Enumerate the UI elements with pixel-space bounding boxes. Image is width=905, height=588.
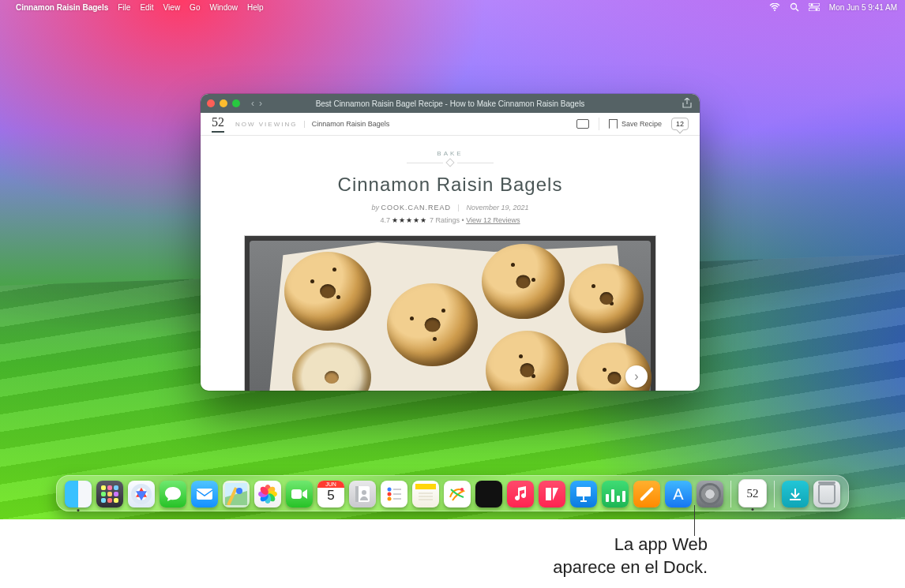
dock-facetime[interactable] [286,481,313,507]
svg-point-15 [388,497,392,501]
dock-contacts[interactable] [349,481,376,507]
dock-separator [730,481,731,507]
breadcrumb[interactable]: Cinnamon Raisin Bagels [312,120,390,128]
next-image-button[interactable]: › [625,365,648,388]
svg-rect-9 [291,489,302,499]
byline: by COOK.CAN.READ | November 19, 2021 [201,204,700,212]
save-recipe-button[interactable]: Save Recipe [609,119,662,129]
svg-rect-7 [197,489,212,500]
callout-line [694,505,695,519]
dock-maps[interactable] [223,481,250,507]
hero-image: › [244,235,656,391]
menu-view[interactable]: View [163,3,181,12]
category-label[interactable]: BAKE [201,150,700,157]
svg-point-12 [362,490,366,495]
svg-rect-24 [576,487,591,496]
comments-button[interactable]: 12 [671,118,689,130]
publish-date: November 19, 2021 [466,204,528,212]
now-viewing-label: NOW VIEWING [235,121,297,128]
bookmark-icon [609,119,618,129]
author-link[interactable]: COOK.CAN.READ [381,204,452,212]
spotlight-icon[interactable] [790,2,799,12]
dock-tv[interactable] [475,481,502,507]
dock-downloads[interactable] [782,481,809,507]
svg-rect-19 [415,484,436,489]
menu-help[interactable]: Help [247,3,264,12]
forward-button[interactable]: › [259,98,262,109]
menu-edit[interactable]: Edit [140,3,153,12]
dock-pages[interactable] [633,481,660,507]
dock-container: JUN5 A 52 [0,475,905,511]
dock-trash[interactable] [813,481,840,507]
minimize-button[interactable] [220,99,227,107]
svg-rect-11 [355,486,359,502]
svg-point-6 [815,9,817,11]
svg-point-8 [236,488,242,494]
dock-calendar[interactable]: JUN5 [317,481,344,507]
caption-text: La app Web aparece en el Dock. [553,534,708,579]
dock-separator [774,481,775,507]
wifi-icon[interactable] [769,3,780,11]
dock-keynote[interactable] [570,481,597,507]
dock-finder[interactable] [65,481,92,507]
dock: JUN5 A 52 [56,475,849,511]
caption-area: La app Web aparece en el Dock. [0,519,905,588]
ratings-row: 4.7 ★★★★★ 7 Ratings • View 12 Reviews [201,216,700,224]
svg-line-2 [796,9,798,11]
back-button[interactable]: ‹ [251,98,254,109]
menu-file[interactable]: File [118,3,130,12]
close-button[interactable] [207,99,215,107]
desktop: Cinnamon Raisin Bagels File Edit View Go… [0,0,905,519]
svg-rect-4 [809,8,820,11]
menu-window[interactable]: Window [209,3,238,12]
svg-rect-3 [809,3,820,6]
view-reviews-link[interactable]: View 12 Reviews [466,216,520,224]
rating-value: 4.7 [380,216,390,224]
page-content: BAKE Cinnamon Raisin Bagels by COOK.CAN.… [201,136,700,391]
dock-reminders[interactable] [381,481,407,507]
control-center-icon[interactable] [809,3,820,11]
recipe-title: Cinnamon Raisin Bagels [201,174,700,196]
svg-point-1 [790,4,796,9]
page-toolbar: 52 NOW VIEWING | Cinnamon Raisin Bagels … [201,113,700,136]
svg-point-0 [774,9,775,11]
dock-appstore[interactable]: A [665,481,692,507]
site-logo[interactable]: 52 [212,115,224,133]
menu-go[interactable]: Go [190,3,200,12]
dock-numbers[interactable] [602,481,629,507]
ratings-count: 7 Ratings [430,216,460,224]
menu-app-name[interactable]: Cinnamon Raisin Bagels [16,3,108,12]
svg-point-5 [810,4,813,6]
dock-notes[interactable] [412,481,439,507]
window-controls [207,99,240,107]
dock-freeform[interactable] [444,481,471,507]
dock-safari[interactable] [128,481,155,507]
zoom-button[interactable] [232,99,240,107]
dock-photos[interactable] [254,481,281,507]
svg-point-23 [460,488,464,491]
dock-messages[interactable] [160,481,186,507]
app-window: ‹ › Best Cinnamon Raisin Bagel Recipe - … [201,94,700,391]
share-button[interactable] [682,98,692,110]
dock-launchpad[interactable] [96,481,123,507]
window-titlebar[interactable]: ‹ › Best Cinnamon Raisin Bagel Recipe - … [201,94,700,113]
dock-webapp[interactable]: 52 [738,479,767,507]
window-title: Best Cinnamon Raisin Bagel Recipe - How … [201,99,700,108]
svg-point-14 [388,492,392,496]
menu-clock[interactable]: Mon Jun 5 9:41 AM [829,3,897,12]
star-icons: ★★★★★ [392,216,427,224]
dock-mail[interactable] [191,481,218,507]
email-icon[interactable] [576,119,589,129]
svg-point-13 [388,488,392,492]
menu-bar: Cinnamon Raisin Bagels File Edit View Go… [0,0,905,14]
dock-news[interactable] [539,481,565,507]
dock-music[interactable] [507,481,534,507]
dock-settings[interactable] [697,481,723,507]
